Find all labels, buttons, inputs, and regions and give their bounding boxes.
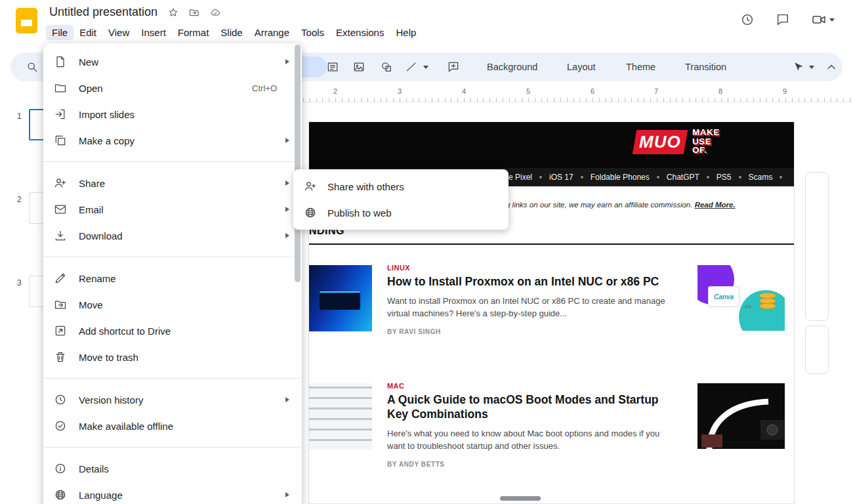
submenu-item-share-with-others[interactable]: Share with others — [293, 173, 509, 200]
muo-logo-text: MUO — [639, 132, 681, 152]
ruler-number: 5 — [526, 87, 530, 95]
insert-line-button[interactable] — [402, 57, 421, 77]
menu-item-label: Language — [79, 490, 277, 501]
menu-tools[interactable]: Tools — [295, 25, 330, 40]
nav-topic: Scams — [749, 173, 773, 182]
menu-insert[interactable]: Insert — [135, 25, 172, 40]
menu-item-email[interactable]: Email — [43, 196, 302, 222]
history-clock-icon — [54, 393, 67, 406]
text-box-button[interactable] — [323, 57, 343, 77]
menu-extensions[interactable]: Extensions — [330, 25, 390, 40]
info-icon — [54, 462, 67, 475]
menu-item-label: Rename — [79, 273, 277, 284]
menu-item-add-shortcut-to-drive[interactable]: Add shortcut to Drive — [43, 318, 302, 344]
menu-item-move-to-trash[interactable]: Move to trash — [43, 344, 302, 370]
insert-shape-button[interactable] — [377, 57, 396, 77]
camera-caret-icon[interactable] — [829, 18, 835, 22]
person-add-icon — [304, 180, 317, 193]
camera-icon — [811, 12, 827, 28]
search-menus-button[interactable] — [22, 57, 42, 77]
menu-item-move[interactable]: Move — [43, 291, 302, 318]
meet-camera-button[interactable] — [811, 12, 835, 28]
ruler-number: 8 — [718, 87, 722, 95]
article-1-thumbnail — [309, 265, 372, 331]
menu-scrollbar[interactable] — [295, 45, 301, 282]
move-folder-icon[interactable] — [189, 7, 199, 18]
menu-file[interactable]: File — [46, 25, 73, 40]
laser-pointer-button[interactable] — [789, 57, 808, 77]
download-icon — [54, 229, 67, 242]
caption-line: MAKE — [692, 128, 720, 137]
menu-item-details[interactable]: Details — [43, 455, 302, 482]
submenu-arrow-icon — [285, 397, 289, 402]
website-header-image: MUO MAKE USE OF. — [309, 122, 795, 168]
dot-separator — [739, 176, 741, 178]
document-title[interactable]: Untitled presentation — [49, 5, 157, 19]
menu-view[interactable]: View — [102, 25, 135, 40]
copy-icon — [54, 134, 67, 147]
background-button[interactable]: Background — [479, 52, 545, 81]
menu-item-label: Make available offline — [79, 421, 277, 432]
trash-icon — [54, 350, 67, 364]
menu-bar: File Edit View Insert Format Slide Arran… — [46, 25, 422, 40]
menu-edit[interactable]: Edit — [73, 25, 102, 40]
menu-arrange[interactable]: Arrange — [249, 25, 295, 40]
layout-button[interactable]: Layout — [559, 52, 604, 81]
menu-item-open[interactable]: Open Ctrl+O — [43, 75, 302, 101]
submenu-arrow-icon — [285, 138, 289, 143]
menu-slide[interactable]: Slide — [215, 25, 248, 40]
person-add-icon — [54, 177, 67, 190]
heading-rule — [309, 243, 795, 245]
shapes-icon — [380, 60, 393, 74]
menu-item-label: Open — [79, 83, 252, 94]
insert-comment-button[interactable] — [444, 57, 463, 77]
menu-help[interactable]: Help — [390, 25, 422, 40]
muo-logo: MUO — [633, 130, 688, 154]
submenu-item-label: Share with others — [327, 181, 509, 192]
menu-item-share[interactable]: Share — [43, 170, 302, 196]
menu-item-download[interactable]: Download — [43, 222, 302, 249]
menu-item-version-history[interactable]: Version history — [43, 387, 302, 413]
menu-item-label: Email — [79, 204, 277, 215]
menu-item-language[interactable]: Language — [43, 482, 302, 504]
menu-item-import-slides[interactable]: Import slides — [43, 101, 302, 127]
canva-laptop: Canva — [708, 286, 739, 307]
horizontal-scrollbar[interactable] — [500, 496, 541, 501]
pointer-options-caret[interactable] — [807, 57, 816, 77]
drive-shortcut-icon — [54, 324, 67, 337]
comments-icon[interactable] — [776, 12, 790, 27]
menu-separator — [43, 378, 302, 379]
ruler-number: 4 — [462, 87, 466, 95]
menu-item-rename[interactable]: Rename — [43, 265, 302, 291]
chevron-up-icon — [825, 60, 838, 74]
insert-image-button[interactable] — [349, 57, 369, 77]
slides-logo[interactable] — [16, 8, 37, 33]
menu-item-new[interactable]: New — [43, 49, 302, 75]
nav-topic: iOS 17 — [549, 173, 573, 182]
article-title: A Quick Guide to macOS Boot Modes and St… — [387, 393, 667, 422]
line-options-caret[interactable] — [421, 57, 430, 77]
submenu-item-publish-to-web[interactable]: Publish to web — [293, 200, 509, 226]
menu-item-make-a-copy[interactable]: Make a copy — [43, 127, 302, 154]
dot-separator — [539, 176, 542, 178]
submenu-item-label: Publish to web — [327, 207, 509, 219]
ruler-number: 3 — [398, 87, 402, 95]
ruler-number: 2 — [333, 87, 337, 95]
theme-button[interactable]: Theme — [618, 52, 663, 81]
article-2-thumbnail — [309, 383, 372, 450]
article-title: How to Install Proxmox on an Intel NUC o… — [387, 275, 667, 289]
menu-item-label: Move — [79, 299, 277, 310]
menu-item-make-available-offline[interactable]: Make available offline — [43, 413, 302, 439]
transition-button[interactable]: Transition — [677, 52, 734, 81]
collapse-toolbar-button[interactable] — [822, 57, 841, 77]
menu-item-label: Version history — [79, 394, 277, 406]
version-history-icon[interactable] — [740, 12, 755, 27]
star-icon[interactable] — [168, 7, 178, 18]
article-category: MAC — [387, 382, 667, 390]
menu-format[interactable]: Format — [172, 25, 215, 40]
ruler-number: 9 — [783, 87, 787, 95]
menu-item-label: Download — [79, 230, 277, 242]
submenu-arrow-icon — [285, 492, 289, 497]
cloud-status-icon[interactable] — [210, 7, 220, 18]
email-icon — [54, 203, 67, 216]
